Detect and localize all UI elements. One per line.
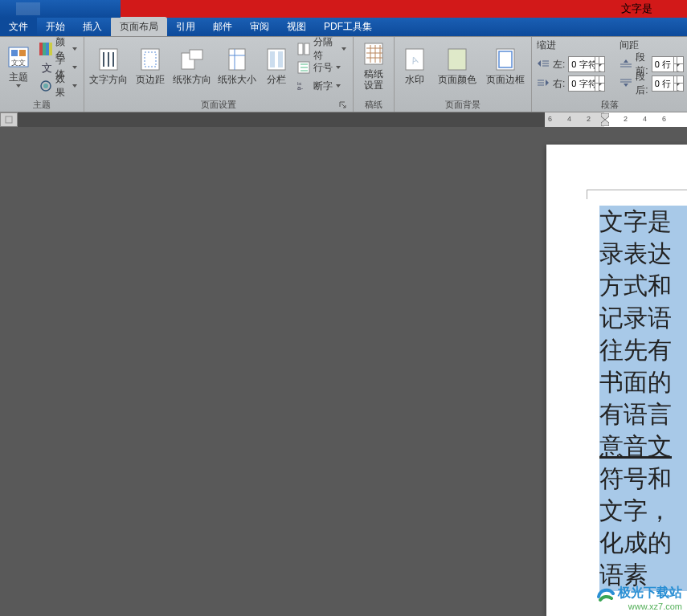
chevron-down-icon — [72, 66, 77, 69]
page-margin-guide — [587, 190, 687, 199]
spacing-after-icon — [620, 78, 632, 89]
watermark-label: 水印 — [405, 74, 424, 85]
spin-up[interactable] — [673, 76, 683, 84]
tab-pdf-tools[interactable]: PDF工具集 — [315, 17, 381, 36]
spacing-after-input[interactable] — [652, 75, 684, 92]
page-border-icon — [493, 47, 518, 72]
document-line: 意音文 — [599, 430, 687, 463]
document-line: 文字， — [599, 495, 687, 527]
horizontal-ruler[interactable]: 6 4 2 2 4 6 — [545, 112, 687, 127]
orientation-button[interactable]: 纸张方向 — [171, 39, 213, 93]
group-draft-label: 稿纸 — [357, 97, 391, 112]
svg-rect-2 — [19, 50, 26, 56]
group-page-setup: 文字方向 页边距 纸张方向 纸张大小 分栏 分隔符 — [84, 37, 354, 112]
selected-text-block[interactable]: 文字是录表达方式和记录语往先有书面的有语言意音文符号和文字，化成的语素 — [599, 206, 687, 591]
spin-down[interactable] — [673, 64, 683, 71]
svg-text:文文: 文文 — [11, 59, 26, 67]
tab-view[interactable]: 视图 — [278, 17, 315, 36]
indent-right-value[interactable] — [569, 79, 595, 88]
tab-home[interactable]: 开始 — [37, 17, 74, 36]
draft-settings-button[interactable]: 稿纸 设置 — [357, 39, 391, 93]
spacing-before-value[interactable] — [652, 59, 673, 69]
document-line: 文字是 — [599, 206, 687, 238]
breaks-icon — [297, 43, 310, 55]
breaks-button[interactable]: 分隔符 — [294, 40, 350, 58]
tab-mailings[interactable]: 邮件 — [204, 17, 241, 36]
margins-icon — [137, 47, 163, 72]
tab-page-layout[interactable]: 页面布局 — [111, 17, 167, 36]
spin-down[interactable] — [673, 84, 683, 91]
line-numbers-button[interactable]: 行号 — [294, 59, 350, 76]
svg-rect-7 — [49, 43, 52, 55]
indent-left-label: 左: — [553, 58, 565, 71]
document-area[interactable]: 文字是录表达方式和记录语往先有书面的有语言意音文符号和文字，化成的语素 — [0, 127, 687, 616]
group-paragraph-label: 段落 — [601, 99, 619, 111]
effects-label: 效果 — [55, 72, 69, 100]
spin-up[interactable] — [673, 57, 683, 64]
spacing-after-label: 段后: — [636, 70, 648, 97]
indent-right-icon — [537, 78, 550, 89]
spin-up[interactable] — [595, 57, 604, 64]
quick-access-area — [0, 0, 121, 18]
text-direction-icon — [96, 47, 121, 72]
indent-right-input[interactable] — [568, 75, 605, 92]
spacing-title: 间距 — [620, 39, 683, 52]
ruler-mark: 2 — [587, 115, 591, 123]
page-setup-dialog-launcher[interactable] — [339, 101, 347, 109]
orientation-icon — [179, 47, 205, 72]
spin-up[interactable] — [595, 76, 604, 84]
ruler-mark: 6 — [662, 115, 666, 123]
tab-insert[interactable]: 插入 — [74, 17, 111, 36]
themes-button[interactable]: 文文 主题 — [3, 39, 33, 93]
margins-button[interactable]: 页边距 — [133, 39, 169, 93]
ruler-mark: 6 — [548, 115, 552, 123]
svg-rect-55 — [6, 116, 12, 123]
tab-file[interactable]: 文件 — [0, 17, 37, 36]
themes-icon: 文文 — [6, 44, 31, 70]
spacing-before-input[interactable] — [652, 56, 684, 72]
svg-rect-5 — [43, 43, 46, 55]
window-title: 文字是 — [121, 2, 687, 16]
page-color-button[interactable]: 页面颜色 — [435, 39, 480, 93]
chevron-down-icon — [336, 66, 341, 69]
theme-effects-button[interactable]: 效果 — [36, 77, 80, 95]
spacing-after-value[interactable] — [652, 79, 673, 88]
spacing-before-icon — [620, 59, 632, 70]
text-direction-button[interactable]: 文字方向 — [88, 39, 129, 93]
draft-label: 稿纸 设置 — [364, 68, 383, 91]
fonts-icon: 文 — [39, 61, 52, 74]
spin-down[interactable] — [595, 84, 604, 91]
indent-left-input[interactable] — [568, 56, 605, 72]
svg-rect-4 — [39, 43, 43, 55]
page-border-button[interactable]: 页面边框 — [483, 39, 528, 93]
group-paragraph: 缩进 左: 右: 间距 段前: — [532, 37, 687, 112]
line-numbers-icon — [297, 61, 310, 74]
tab-references[interactable]: 引用 — [167, 17, 204, 36]
document-line: 符号和 — [599, 463, 687, 495]
page-size-button[interactable]: 纸张大小 — [216, 39, 258, 93]
svg-rect-15 — [141, 49, 159, 70]
chevron-down-icon — [16, 84, 21, 88]
hyphenation-button[interactable]: a-bc 断字 — [294, 77, 350, 95]
tab-review[interactable]: 审阅 — [241, 17, 278, 36]
svg-text:bc: bc — [297, 81, 302, 86]
page-color-label: 页面颜色 — [438, 74, 476, 85]
effects-icon — [39, 80, 52, 92]
svg-rect-24 — [278, 51, 283, 67]
columns-button[interactable]: 分栏 — [261, 39, 291, 93]
indent-left-value[interactable] — [569, 59, 595, 69]
watermark-button[interactable]: A 水印 — [398, 39, 431, 93]
ruler-corner-button[interactable] — [0, 112, 18, 127]
document-line: 记录语 — [599, 302, 687, 334]
svg-rect-6 — [46, 43, 49, 55]
text-direction-label: 文字方向 — [89, 74, 128, 85]
columns-icon — [264, 47, 289, 72]
title-bar: 文字是 — [0, 0, 687, 18]
site-watermark: 极光下载站 www.xz7.com — [597, 585, 682, 611]
svg-rect-25 — [298, 43, 303, 55]
spin-down[interactable] — [595, 64, 604, 71]
svg-rect-18 — [190, 50, 202, 59]
svg-text:文: 文 — [42, 62, 52, 74]
page-border-label: 页面边框 — [486, 74, 525, 85]
margins-label: 页边距 — [136, 74, 165, 85]
